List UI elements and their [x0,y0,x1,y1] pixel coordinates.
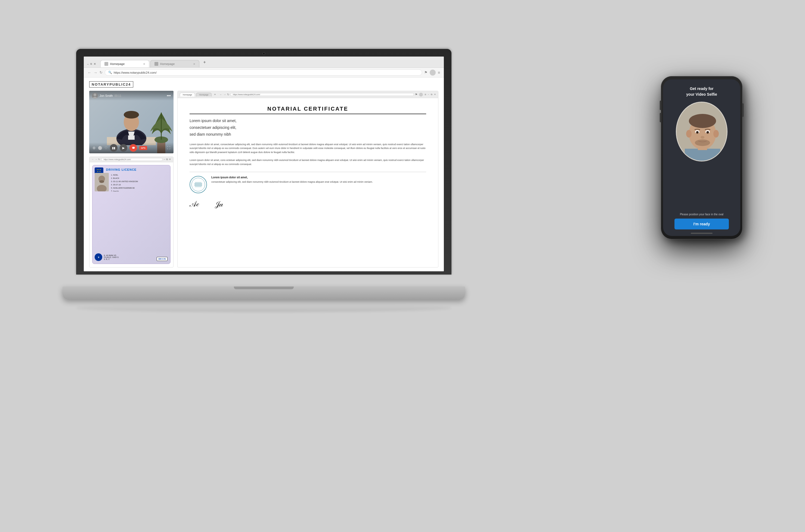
tab-active[interactable]: Homepage ✕ [100,60,149,68]
svg-point-1 [92,97,97,99]
phone-body: Get ready for your Video Selfie [661,76,743,239]
phone-vol-up-btn[interactable] [660,100,661,110]
certificate-panel: Homepage Homepage + ← → ↻ https://www.no… [177,91,438,267]
license-url: https://www.notarypublic24.com/ [101,158,163,161]
license-mini-browser: ← → ↻ https://www.notarypublic24.com/ − … [90,157,173,162]
cert-nav-fwd[interactable]: → [223,93,226,96]
phone-header-text: Get ready for your Video Selfie [681,79,722,102]
cert-min-btn[interactable]: − [428,93,429,96]
bookmark-icon[interactable]: ⚑ [424,71,428,75]
license-refresh[interactable]: ↻ [98,158,100,161]
laptop-hinge [234,286,294,289]
address-bar-input[interactable]: 🔍 https://www.notarypublic24.com/ [105,69,422,76]
svg-point-33 [700,136,705,139]
license-nav-fwd[interactable]: → [95,158,97,161]
mic-icon: ▮▮ [112,146,115,150]
restore-btn[interactable]: ⧉ [90,62,92,65]
license-bottom: ♛ 8. 46 BMW X5 FGJKLD. XH6 FJ 9. B, C [95,253,118,261]
license-field-1: 1. NOEL [111,173,138,177]
search-icon: 🔍 [108,71,112,74]
laptop-body: − ⧉ ✕ Homepage ✕ Homep [76,49,451,274]
svg-rect-4 [128,132,135,140]
expand-icon[interactable]: ⛶ [167,146,170,150]
tab-close-inactive[interactable]: ✕ [193,62,195,65]
camera-icon: ▶ [123,146,125,150]
cert-tab-1[interactable]: Homepage [180,93,195,96]
end-call-icon: ☎ [132,147,135,149]
license-max-btn[interactable]: ⧉ [166,158,168,161]
new-tab-btn[interactable]: + [201,58,208,68]
phone-position-text: Please position your face in the oval [680,213,724,216]
cert-menu-icon[interactable]: ≡ [425,93,426,96]
video-settings-icon[interactable]: ⚙ [92,146,96,150]
license-close-btn[interactable]: ✕ [169,158,171,161]
license-min-btn[interactable]: − [164,158,165,161]
cert-refresh[interactable]: ↻ [227,93,229,96]
menu-icon[interactable]: ≡ [438,71,440,75]
license-field-5: 5. NOEL3655743J85MM 86 [111,187,138,190]
cert-title: NOTARIAL CERTIFICATE [190,106,426,112]
cert-tab-2[interactable]: Homepage [196,93,211,96]
uk-license-card: ★★★★ ★★★★ UK DRIVING LICENCE [92,165,170,264]
avatar-small [92,93,98,99]
cert-profile-icon[interactable] [419,93,423,96]
tab-favicon-2 [154,62,158,66]
profile-avatar[interactable] [430,70,436,76]
website-body: NOTARYPUBLIC24 [84,77,444,271]
cert-signatures: 𝒜𝒸 𝒥𝒶 [190,200,426,209]
laptop-shadow [76,304,451,312]
license-plates-info: 8. 46 BMW X5 FGJKLD. XH6 FJ 9. B, C [104,254,118,260]
phone-face-svg [677,102,728,162]
license-panel: ← → ↻ https://www.notarypublic24.com/ − … [89,157,173,267]
svg-point-31 [697,132,698,133]
video-circle-icon[interactable]: ⚪ [98,146,102,150]
main-content-grid: Jon Smith 00:11 ••• [89,91,438,267]
tab-close-active[interactable]: ✕ [143,62,145,65]
coat-of-arms: ♛ [95,253,102,261]
forward-btn[interactable]: → [94,71,97,75]
license-field-2: 2. BLACK [111,177,138,180]
url-display: https://www.notarypublic24.com/ [114,71,157,74]
minimize-btn[interactable]: − [87,62,89,66]
video-heart-icon[interactable]: ♡ [105,146,108,150]
license-nav-back[interactable]: ← [92,158,94,161]
tab-inactive[interactable]: Homepage ✕ [150,60,199,68]
cert-footer-bold: Lorem ipsum dolor sit amet, [211,176,373,179]
phone-app: Get ready for your Video Selfie [663,79,740,236]
phone-vol-down-btn[interactable] [660,113,661,122]
video-person-name: Jon Smith [99,94,113,97]
gps-btn[interactable]: GPS [139,146,147,150]
im-ready-button[interactable]: I'm ready [674,218,729,229]
cert-new-tab[interactable]: + [213,92,218,97]
cert-close-btn[interactable]: ✕ [434,93,436,96]
tab-label-inactive: Homepage [160,62,174,65]
cert-browser-controls: ⚑ ≡ − ⧉ ✕ [415,93,436,96]
video-menu-btn[interactable]: ••• [167,94,171,98]
cert-max-btn[interactable]: ⧉ [431,93,432,96]
refresh-btn[interactable]: ↻ [99,71,102,75]
cert-body-1: Lorem ipsum dolor sit amet, consectetuer… [190,142,426,155]
end-call-btn[interactable]: ☎ [129,144,137,152]
laptop-base [62,286,465,300]
license-content: ★★★★ ★★★★ UK DRIVING LICENCE [90,162,173,267]
laptop-screen-bezel: − ⧉ ✕ Homepage ✕ Homep [84,57,444,271]
license-field-3: 3. 03-11-96 UNITED KINGDOM [111,180,138,183]
mic-btn[interactable]: ▮▮ [110,144,117,152]
video-header: Jon Smith 00:11 ••• [89,91,173,100]
video-timer: 00:11 [114,94,121,97]
camera-btn[interactable]: ▶ [120,144,127,152]
svg-point-24 [689,114,716,128]
browser-address-bar: ← → ↻ 🔍 https://www.notarypublic24.com/ … [84,68,444,77]
close-btn[interactable]: ✕ [94,62,96,66]
tab-label-active: Homepage [110,62,125,65]
cert-nav-back[interactable]: ← [220,93,222,96]
phone-face-oval [676,102,728,162]
cert-bookmark-icon[interactable]: ⚑ [415,93,417,96]
svg-point-14 [99,180,104,183]
cert-seal [190,176,207,193]
back-btn[interactable]: ← [88,71,91,75]
license-title: DRIVING LICENCE [106,168,136,171]
license-field-4: 4. 05-07-16 [111,183,138,187]
certificate-content: NOTARIAL CERTIFICATE Lorem ipsum dolor s… [177,98,438,267]
phone-power-btn[interactable] [743,103,744,117]
